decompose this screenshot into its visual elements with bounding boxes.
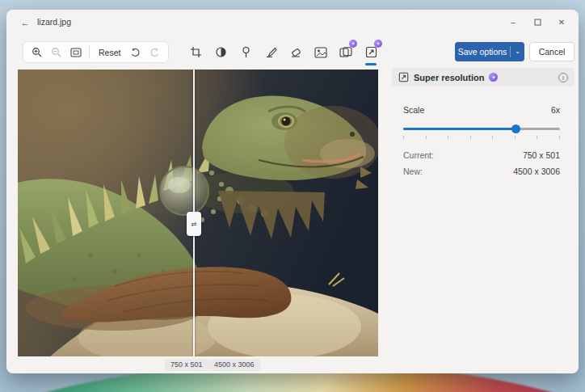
info-icon[interactable]: i [558, 73, 568, 82]
split-handle[interactable]: ⇄ [187, 212, 201, 236]
new-label: New: [403, 166, 423, 176]
back-button[interactable]: ← [18, 16, 32, 29]
super-resolution-icon [398, 72, 409, 82]
edit-tools-group: ✦ ✦ [186, 41, 381, 63]
panel-header: Super resolution ✦ i [392, 68, 574, 86]
reset-button[interactable]: Reset [97, 48, 122, 57]
scale-slider[interactable] [403, 124, 560, 133]
toolbar-divider [89, 46, 90, 58]
slider-ticks [403, 136, 560, 139]
retouch-eraser-icon [290, 46, 302, 58]
close-button[interactable]: ✕ [549, 13, 574, 31]
cancel-button[interactable]: Cancel [529, 42, 574, 61]
current-value: 750 x 501 [523, 150, 560, 160]
filter-icon [240, 46, 252, 58]
super-resolution-panel: Super resolution ✦ i Scale 6x Current: [392, 68, 574, 359]
crop-icon [190, 46, 202, 58]
generative-erase-icon [339, 47, 352, 58]
panel-title: Super resolution [414, 73, 484, 82]
scale-value: 6x [551, 105, 560, 115]
window-controls: – ✕ [501, 13, 574, 31]
slider-fill [403, 128, 516, 130]
tool-markup[interactable] [261, 41, 280, 63]
titlebar: ← lizard.jpg – ✕ [6, 10, 579, 36]
tool-generative-erase[interactable]: ✦ [336, 41, 356, 63]
tool-super-resolution[interactable]: ✦ [361, 41, 381, 63]
new-size-row: New: 4500 x 3006 [403, 166, 560, 176]
minimize-button[interactable]: – [501, 13, 525, 31]
tool-background[interactable] [311, 41, 330, 63]
scale-row: Scale 6x [403, 105, 560, 115]
redo-icon[interactable] [149, 46, 161, 58]
super-resolution-icon [365, 46, 377, 58]
tool-retouch[interactable] [286, 41, 305, 63]
slider-thumb[interactable] [511, 124, 520, 133]
new-size-badge: 4500 x 3006 [208, 359, 260, 371]
file-title: lizard.jpg [37, 17, 71, 27]
current-size-row: Current: 750 x 501 [403, 150, 560, 160]
maximize-icon [534, 19, 541, 26]
zoom-in-icon[interactable] [31, 46, 43, 58]
zoom-out-icon[interactable] [50, 46, 62, 58]
undo-icon[interactable] [129, 46, 141, 58]
ai-badge: ✦ [349, 40, 357, 48]
current-label: Current: [403, 150, 434, 160]
image-canvas: ⇄ [18, 70, 378, 356]
save-options-button[interactable]: Save options ⌄ [455, 42, 524, 61]
save-options-label: Save options [455, 47, 510, 57]
toolbar: Reset [6, 39, 579, 66]
tool-crop[interactable] [186, 41, 205, 63]
view-tools-group: Reset [23, 41, 169, 63]
fit-to-window-icon[interactable] [69, 46, 82, 58]
adjustment-icon [215, 46, 227, 58]
background-icon [314, 47, 327, 58]
desktop-wallpaper: ← lizard.jpg – ✕ [0, 0, 585, 392]
photos-app-window: ← lizard.jpg – ✕ [6, 10, 579, 373]
scale-label: Scale [403, 105, 424, 115]
original-size-badge: 750 x 501 [165, 359, 208, 371]
markup-pen-icon [265, 46, 277, 58]
ai-badge: ✦ [374, 40, 382, 48]
tool-filter[interactable] [236, 41, 255, 63]
tool-adjustment[interactable] [211, 41, 230, 63]
new-value: 4500 x 3006 [513, 166, 560, 176]
maximize-button[interactable] [525, 13, 549, 31]
chevron-down-icon[interactable]: ⌄ [510, 46, 524, 57]
ai-badge: ✦ [489, 73, 498, 82]
